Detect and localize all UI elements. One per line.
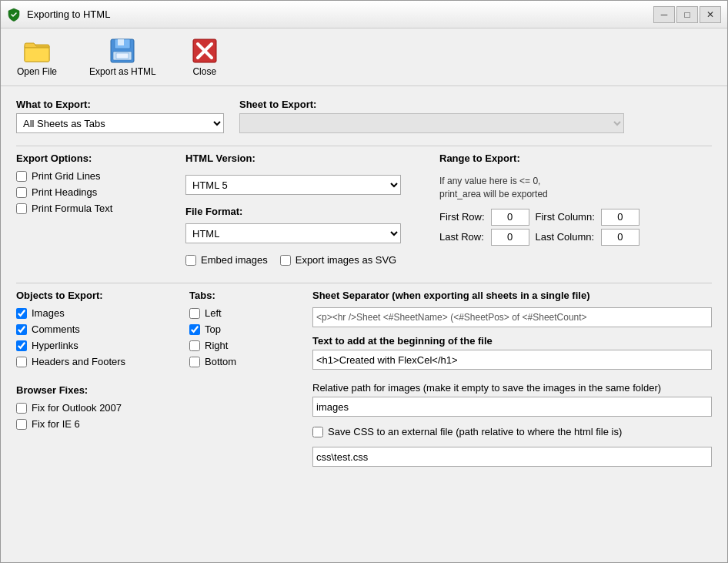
html-version-title: HTML Version: [185, 152, 409, 164]
top-selects-row: What to Export: All Sheets as Tabs Activ… [16, 99, 712, 133]
browser-fixes-title: Browser Fixes: [16, 384, 159, 396]
headers-footers-row: Headers and Footers [16, 356, 159, 367]
rel-path-label: Relative path for images (make it empty … [312, 382, 712, 394]
browser-fixes-col: Browser Fixes: Fix for Outlook 2007 Fix … [16, 384, 159, 434]
first-col-input[interactable] [601, 209, 640, 226]
comments-checkbox[interactable] [16, 324, 27, 335]
text-add-title: Text to add at the beginning of the file [312, 335, 712, 347]
content-area: What to Export: All Sheets as Tabs Activ… [1, 86, 727, 562]
last-col-input[interactable] [601, 229, 640, 246]
tab-top-checkbox[interactable] [189, 324, 200, 335]
what-to-export-select[interactable]: All Sheets as Tabs Active Sheet All Shee… [16, 113, 224, 133]
divider-2 [16, 283, 712, 283]
title-bar: Exporting to HTML ─ □ ✕ [1, 1, 727, 28]
tab-bottom-label: Bottom [205, 356, 236, 367]
images-row: Images [16, 307, 159, 319]
main-window: Exporting to HTML ─ □ ✕ Open File [0, 0, 728, 563]
title-bar-left: Exporting to HTML [7, 8, 110, 22]
close-toolbar-label: Close [192, 66, 216, 77]
embed-images-label: Embed images [201, 254, 268, 266]
print-headings-label: Print Headings [32, 186, 97, 198]
objects-to-export-col: Objects to Export: Images Comments Hyper… [16, 290, 159, 372]
export-options-col: Export Options: Print Grid Lines Print H… [16, 152, 155, 270]
tab-right-checkbox[interactable] [189, 340, 200, 351]
print-formula-label: Print Formula Text [32, 203, 112, 214]
print-headings-checkbox[interactable] [16, 187, 27, 198]
svg-rect-6 [116, 53, 129, 59]
save-css-checkbox[interactable] [312, 427, 323, 437]
text-add-input[interactable] [312, 350, 712, 370]
save-css-label: Save CSS to an external file (path relat… [328, 426, 622, 437]
save-css-section: Save CSS to an external file (path relat… [312, 426, 712, 467]
hyperlinks-label: Hyperlinks [32, 340, 78, 351]
open-file-button[interactable]: Open File [10, 33, 64, 81]
svg-rect-1 [25, 48, 49, 62]
fix-ie6-row: Fix for IE 6 [16, 418, 159, 430]
embed-images-checkbox[interactable] [185, 255, 196, 266]
tabs-title: Tabs: [189, 290, 282, 301]
window-close-button[interactable]: ✕ [700, 6, 721, 23]
comments-row: Comments [16, 323, 159, 335]
comments-label: Comments [32, 323, 80, 335]
file-format-select[interactable]: HTML MHTML [185, 223, 401, 243]
print-grid-lines-row: Print Grid Lines [16, 170, 155, 182]
sheet-sep-input[interactable] [312, 307, 712, 327]
headers-footers-checkbox[interactable] [16, 357, 27, 367]
range-grid: First Row: First Column: Last Row: Last … [439, 209, 640, 246]
headers-footers-label: Headers and Footers [32, 356, 125, 367]
minimize-button[interactable]: ─ [653, 6, 675, 23]
toolbar: Open File Export as HTML Close [1, 28, 727, 86]
first-row-input[interactable] [491, 209, 529, 226]
export-options-title: Export Options: [16, 152, 155, 164]
export-svg-checkbox[interactable] [280, 255, 291, 266]
css-path-input[interactable] [312, 447, 712, 467]
folder-icon [23, 37, 51, 65]
rel-path-input[interactable] [312, 397, 712, 417]
sheet-to-export-label: Sheet to Export: [239, 99, 624, 110]
range-hint: If any value here is <= 0, print_area wi… [439, 175, 640, 201]
html-version-col: HTML Version: HTML 5 HTML 4 XHTML File F… [185, 152, 409, 270]
svg-rect-4 [118, 39, 124, 45]
print-formula-checkbox[interactable] [16, 203, 27, 214]
last-col-label: Last Column: [536, 231, 595, 243]
tab-right-label: Right [205, 340, 228, 351]
open-file-label: Open File [17, 66, 57, 77]
hyperlinks-checkbox[interactable] [16, 340, 27, 351]
html-version-select[interactable]: HTML 5 HTML 4 XHTML [185, 175, 401, 195]
export-html-button[interactable]: Export as HTML [82, 33, 163, 81]
fix-ie6-checkbox[interactable] [16, 419, 27, 430]
maximize-button[interactable]: □ [676, 6, 698, 23]
first-row-label: First Row: [439, 211, 485, 223]
print-grid-lines-label: Print Grid Lines [32, 170, 101, 182]
relative-path-section: Relative path for images (make it empty … [312, 382, 712, 417]
sheet-to-export-select[interactable] [239, 113, 624, 133]
last-row-label: Last Row: [439, 231, 485, 243]
tab-top-row: Top [189, 323, 282, 335]
sheet-to-export-group: Sheet to Export: [239, 99, 624, 133]
file-format-title: File Format: [185, 206, 409, 217]
images-label: Images [32, 307, 65, 319]
range-title: Range to Export: [439, 152, 640, 164]
objects-title: Objects to Export: [16, 290, 159, 301]
images-checkbox[interactable] [16, 308, 27, 319]
tab-top-label: Top [205, 323, 221, 335]
print-headings-row: Print Headings [16, 186, 155, 198]
fix-outlook-row: Fix for Outlook 2007 [16, 402, 159, 414]
shield-icon [7, 8, 21, 22]
export-svg-label: Export images as SVG [296, 254, 397, 266]
main-options-row: Export Options: Print Grid Lines Print H… [16, 152, 712, 270]
print-grid-lines-checkbox[interactable] [16, 171, 27, 182]
fix-outlook-checkbox[interactable] [16, 403, 27, 414]
tabs-col: Tabs: Left Top Right Bottom [189, 290, 282, 467]
tab-bottom-checkbox[interactable] [189, 357, 200, 367]
tab-left-label: Left [205, 307, 222, 319]
save-css-row: Save CSS to an external file (path relat… [312, 426, 712, 437]
export-svg-row: Export images as SVG [280, 254, 397, 266]
title-bar-controls: ─ □ ✕ [653, 6, 721, 23]
close-toolbar-button[interactable]: Close [182, 33, 228, 81]
divider-1 [16, 146, 712, 146]
last-row-input[interactable] [491, 229, 529, 246]
embed-row: Embed images Export images as SVG [185, 254, 409, 270]
embed-images-row: Embed images [185, 254, 268, 266]
tab-left-checkbox[interactable] [189, 308, 200, 319]
